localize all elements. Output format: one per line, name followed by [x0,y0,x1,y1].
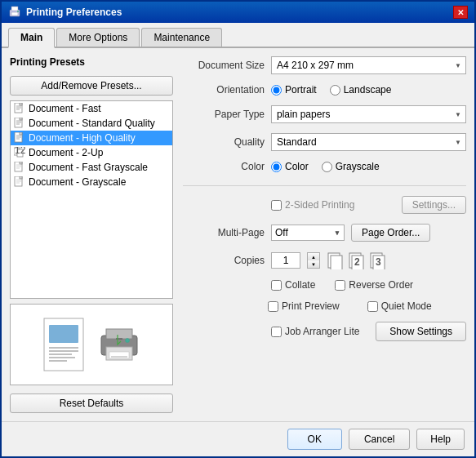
preset-item-high[interactable]: Document - High Quality [11,131,172,145]
svg-rect-23 [20,162,22,164]
reverse-order-checkbox-label[interactable]: Reverse Order [335,279,413,291]
window-title: Printing Preferences [26,7,122,18]
orientation-landscape-radio[interactable] [330,85,340,96]
options-row-1: Print Preview Quiet Mode [183,300,466,312]
main-content: Printing Presets Add/Remove Presets... D… [2,48,474,421]
quality-select[interactable]: Standard [271,133,466,151]
color-grayscale-text: Grayscale [336,161,380,172]
orientation-portrait-radio[interactable] [271,85,282,96]
preset-label-2up: Document - 2-Up [29,147,103,158]
document-size-select-wrapper: A4 210 x 297 mm [271,56,466,74]
two-sided-settings-button[interactable]: Settings... [402,196,466,214]
copy-icon-3: 3 [369,251,387,269]
color-grayscale-label[interactable]: Grayscale [322,161,380,172]
preset-label-high: Document - High Quality [29,132,136,144]
copies-up-button[interactable]: ▲ [308,253,319,260]
two-sided-checkbox-label[interactable]: 2-Sided Printing [271,199,354,211]
doc-icon-gray [14,176,25,188]
tab-maintenance[interactable]: Maintenance [141,28,222,47]
printer-title-icon [8,6,21,19]
doc-icon-2up: 12 [14,147,25,158]
help-button[interactable]: Help [416,429,465,450]
preset-item-fast-gray[interactable]: Document - Fast Grayscale [11,160,172,175]
title-bar: Printing Preferences ✕ [2,2,474,23]
copies-input[interactable]: 1 [271,252,300,269]
preview-area [10,304,173,385]
document-size-select[interactable]: A4 210 x 297 mm [271,56,466,74]
presets-list: Document - Fast Document - Standard Qual… [10,100,173,299]
preset-item-standard[interactable]: Document - Standard Quality [11,116,172,131]
title-bar-left: Printing Preferences [8,6,122,19]
quiet-mode-checkbox[interactable] [367,301,378,312]
main-window: Printing Preferences ✕ Main More Options… [0,0,476,458]
color-row: Color Color Grayscale [183,161,466,172]
copies-label: Copies [183,255,265,266]
reset-defaults-button[interactable]: Reset Defaults [10,394,173,413]
orientation-portrait-text: Portrait [285,84,317,96]
print-preview-checkbox-label[interactable]: Print Preview [268,300,340,312]
orientation-radio-group: Portrait Landscape [271,84,391,96]
copies-down-button[interactable]: ▼ [308,260,319,268]
svg-text:2: 2 [354,256,360,268]
quiet-mode-label-text: Quiet Mode [381,300,432,312]
cancel-button[interactable]: Cancel [349,429,410,450]
printer-svg [98,322,140,365]
copy-icon-1 [327,251,345,269]
print-preview-checkbox[interactable] [268,301,278,312]
orientation-row: Orientation Portrait Landscape [183,84,466,96]
collate-checkbox-label[interactable]: Collate [271,279,315,291]
orientation-landscape-text: Landscape [344,84,392,96]
preset-item-fast[interactable]: Document - Fast [11,101,172,116]
add-remove-presets-button[interactable]: Add/Remove Presets... [10,76,173,96]
tab-main[interactable]: Main [8,28,55,48]
svg-text:12: 12 [15,147,25,156]
paper-type-select[interactable]: plain papers [271,105,466,123]
color-grayscale-radio[interactable] [322,162,332,172]
page-order-button[interactable]: Page Order... [351,224,430,242]
quality-row: Quality Standard [183,133,466,151]
job-arranger-checkbox[interactable] [271,327,282,337]
job-arranger-label-text: Job Arranger Lite [285,326,359,337]
multi-page-row: Multi-Page Off ▼ Page Order... [183,224,466,242]
two-sided-row: 2-Sided Printing Settings... [183,196,466,214]
reverse-order-checkbox[interactable] [335,280,345,291]
close-button[interactable]: ✕ [453,6,468,19]
multi-page-select-wrapper: Off ▼ [271,225,345,241]
job-arranger-checkbox-label[interactable]: Job Arranger Lite [271,326,359,337]
svg-rect-42 [109,352,129,358]
divider-1 [183,185,466,186]
svg-rect-28 [20,176,22,179]
reverse-order-label-text: Reverse Order [349,279,413,291]
left-panel: Printing Presets Add/Remove Presets... D… [10,56,173,413]
color-color-text: Color [285,161,309,172]
collate-label-text: Collate [285,279,315,291]
copies-row: Copies 1 ▲ ▼ 2 [183,251,466,269]
preset-item-gray[interactable]: Document - Grayscale [11,175,172,189]
preset-label-gray: Document - Grayscale [29,176,126,188]
svg-rect-5 [20,103,22,105]
svg-point-3 [17,11,19,12]
doc-icon-fast [14,103,25,114]
ok-button[interactable]: OK [287,429,342,450]
bottom-bar: OK Cancel Help [2,421,474,456]
quality-label: Quality [183,136,265,148]
show-settings-button[interactable]: Show Settings [376,322,466,341]
doc-icon-high [14,132,25,144]
tab-more-options[interactable]: More Options [56,28,140,47]
quiet-mode-checkbox-label[interactable]: Quiet Mode [367,300,432,312]
color-color-radio[interactable] [271,162,282,172]
orientation-portrait-label[interactable]: Portrait [271,84,317,96]
orientation-landscape-label[interactable]: Landscape [330,84,392,96]
document-size-row: Document Size A4 210 x 297 mm [183,56,466,74]
preset-label-standard: Document - Standard Quality [29,118,155,129]
multi-page-select[interactable]: Off [271,225,345,241]
collate-checkbox[interactable] [271,280,282,291]
tab-bar: Main More Options Maintenance [2,23,474,48]
color-color-label[interactable]: Color [271,161,309,172]
printer-preview [98,322,140,367]
page-preview-svg [42,317,85,372]
two-sided-checkbox[interactable] [271,200,282,211]
print-preview-label-text: Print Preview [282,300,340,312]
preset-item-2up[interactable]: 12 Document - 2-Up [11,145,172,160]
svg-text:3: 3 [376,256,381,268]
